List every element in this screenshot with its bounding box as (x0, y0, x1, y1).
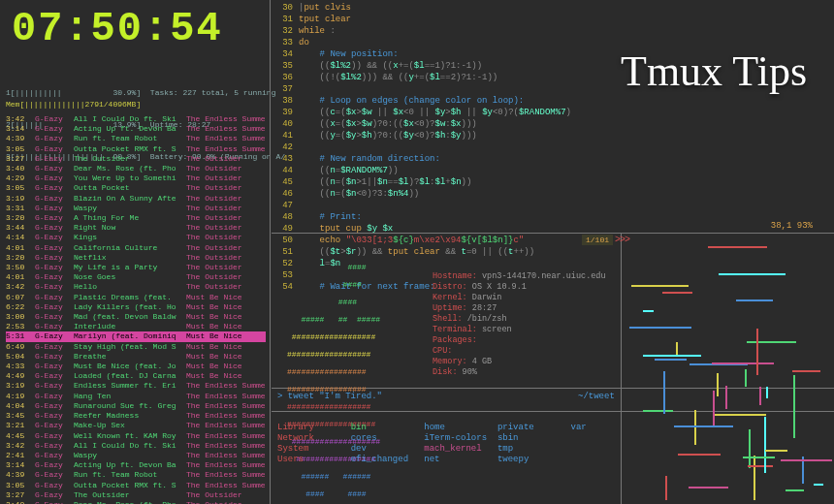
code-editor[interactable]: 30|put clvis31tput clear32while :33do34 … (273, 0, 832, 229)
tweet-path: ~/tweet (578, 392, 615, 401)
music-playlist[interactable]: 3:42G-EazyAll I Could Do ft. SkiThe Endl… (6, 114, 266, 504)
playlist-row[interactable]: 3:50G-EazyMy Life is a PartyThe Outsider (6, 263, 266, 272)
playlist-row[interactable]: 3:14G-EazyActing Up ft. Devon BaThe Endl… (6, 460, 266, 470)
playlist-row[interactable]: 3:14G-EazyActing Up ft. Devon BaThe Endl… (6, 124, 266, 134)
clock: 07:50:54 (12, 6, 223, 52)
playlist-row[interactable]: 5:04G-EazyBreatheMust Be Nice (6, 352, 266, 362)
playlist-row[interactable]: 3:21G-EazyMake-Up SexThe Endless Summer (6, 421, 266, 430)
playlist-row[interactable]: 5:31G-EazyMarilyn (feat. DominiqMust Be … (6, 331, 266, 341)
playlist-row[interactable]: 4:45G-EazyWell Known ft. KAM RoyThe Endl… (6, 431, 266, 441)
playlist-row[interactable]: 3:00G-EazyMad (feat. Devon BaldwMust Be … (6, 312, 266, 322)
playlist-row[interactable]: 4:39G-EazyRun ft. Team RobotThe Endless … (6, 470, 266, 480)
playlist-row[interactable]: 3:05G-EazyOutta PocketThe Outsider (6, 183, 266, 193)
editor-status: 38,1 93% (771, 221, 813, 231)
playlist-row[interactable]: 4:29G-EazyYou Were Up to SomethiThe Outs… (6, 173, 266, 183)
playlist-row[interactable]: 3:42G-EazyHelloThe Outsider (6, 282, 266, 292)
playlist-row[interactable]: 4:04G-EazyRunaround Sue ft. GregThe Endl… (6, 401, 266, 411)
playlist-row[interactable]: 4:01G-EazyNose GoesThe Outsider (6, 272, 266, 282)
playlist-row[interactable]: 4:14G-EazyKingsThe Outsider (6, 233, 266, 242)
playlist-row[interactable]: 4:19G-EazyHang TenThe Endless Summer (6, 392, 266, 401)
playlist-row[interactable]: 3:45G-EazyReefer MadnessThe Endless Summ… (6, 411, 266, 421)
playlist-row[interactable]: 4:01G-EazyCalifornia CultureThe Outsider (6, 243, 266, 253)
playlist-row[interactable]: 6:22G-EazyLady Killers (feat. HoMust Be … (6, 302, 266, 312)
playlist-row[interactable]: 3:42G-EazyAll I Could Do ft. SkiThe Endl… (6, 114, 266, 124)
playlist-row[interactable]: 2:53G-EazyInterludeMust Be Nice (6, 322, 266, 331)
playlist-row[interactable]: 3:20G-EazyA Thing For MeThe Outsider (6, 213, 266, 223)
playlist-row[interactable]: 6:07G-EazyPlastic Dreams (feat.Must Be N… (6, 293, 266, 302)
playlist-row[interactable]: 3:05G-EazyOutta Pocket RMX ft. SThe Endl… (6, 144, 266, 154)
neofetch-pane: #### #### #### ##### ## ##### ##########… (277, 236, 617, 386)
pipes-screensaver (626, 238, 832, 500)
playlist-row[interactable]: 3:44G-EazyRight NowThe Outsider (6, 223, 266, 233)
playlist-row[interactable]: 3:20G-EazyNetflixThe Outsider (6, 253, 266, 263)
playlist-row[interactable]: 4:33G-EazyMust Be Nice (feat. JoMust Be … (6, 362, 266, 371)
system-info: Hostname: vpn3-144170.near.uiuc.eduDistr… (433, 271, 606, 378)
playlist-row[interactable]: 3:05G-EazyOutta Pocket RMX ft. SThe Endl… (6, 481, 266, 490)
memory-bar: Mem[|||||||||||||2791/4096MB] (6, 100, 141, 109)
playlist-row[interactable]: 4:39G-EazyRun ft. Team RobotThe Endless … (6, 134, 266, 143)
playlist-row[interactable]: 3:40G-EazyDear Ms. Rose (ft. PhoThe Outs… (6, 164, 266, 173)
playlist-row[interactable]: 3:42G-EazyAll I Could Do ft. SkiThe Endl… (6, 441, 266, 451)
playlist-row[interactable]: 3:27G-EazyThe OutsiderThe Outsider (6, 490, 266, 500)
playlist-row[interactable]: 3:31G-EazyWaspyThe Outsider (6, 204, 266, 213)
playlist-row[interactable]: 4:49G-EazyLoaded (feat. DJ CarnaMust Be … (6, 371, 266, 381)
playlist-row[interactable]: 3:19G-EazyBlazin On A Sunny AfteThe Outs… (6, 194, 266, 204)
playlist-row[interactable]: 6:49G-EazyStay High (feat. Mod SMust Be … (6, 342, 266, 352)
playlist-row[interactable]: 3:40G-EazyDear Ms. Rose (ft. PhoThe Outs… (6, 500, 266, 504)
ls-output: Library bin home private var Network cor… (277, 423, 644, 465)
playlist-row[interactable]: 3:19G-EazyEndless Summer ft. EriThe Endl… (6, 381, 266, 391)
playlist-row[interactable]: 2:41G-EazyWaspyThe Endless Summer (6, 451, 266, 460)
apple-logo-icon: #### #### #### ##### ## ##### ##########… (287, 254, 385, 504)
tweet-prompt[interactable]: > tweet "I'm Tired." (277, 392, 382, 401)
playlist-row[interactable]: 3:27G-EazyThe OutsiderThe Outsider (6, 154, 266, 164)
